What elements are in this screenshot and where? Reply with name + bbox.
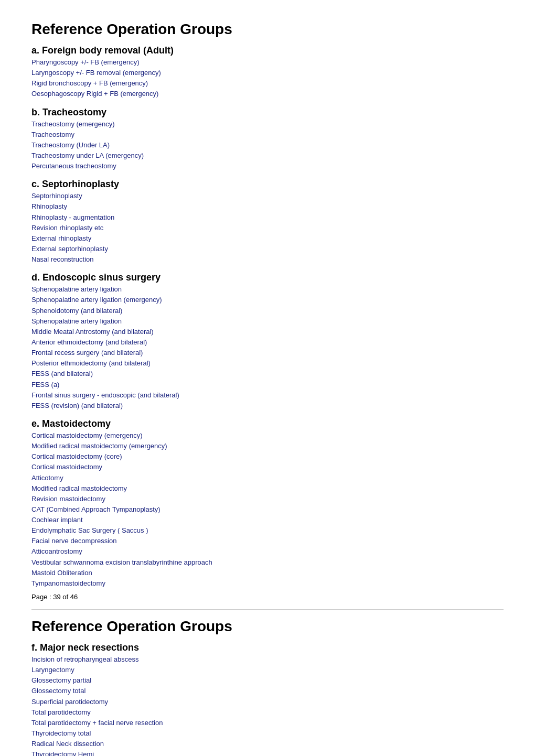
section-f-items: Incision of retropharyngeal abscess Lary… [31,654,504,756]
section-a-heading: a. Foreign body removal (Adult) [31,45,504,56]
list-item: Total parotidectomy [31,707,504,718]
list-item: FESS (a) [31,380,504,390]
list-item: Tracheostomy under LA (emergency) [31,150,504,161]
list-item: Sphenopalatine artery ligation [31,284,504,295]
list-item: Frontal sinus surgery - endoscopic (and … [31,390,504,401]
section-d-items: Sphenopalatine artery ligation Sphenopal… [31,284,504,411]
section-a-items: Pharyngoscopy +/- FB (emergency) Laryngo… [31,57,504,100]
list-item: Modified radical mastoidectomy [31,483,504,494]
list-item: Facial nerve decompression [31,536,504,546]
list-item: FESS (revision) (and bilateral) [31,401,504,411]
list-item: Nasal reconstruction [31,254,504,265]
list-item: Anterior ethmoidectomy (and bilateral) [31,337,504,348]
section-e-items: Cortical mastoidectomy (emergency) Modif… [31,430,504,589]
list-item: Tympanomastoidectomy [31,578,504,589]
list-item: Rhinoplasty - augmentation [31,212,504,223]
list-item: Thyroidectomy total [31,728,504,739]
list-item: Rigid bronchoscopy + FB (emergency) [31,78,504,89]
list-item: Tracheostomy (emergency) [31,119,504,129]
list-item: External rhinoplasty [31,233,504,244]
list-item: Revision rhinoplasty etc [31,223,504,233]
list-item: Oesophagoscopy Rigid + FB (emergency) [31,89,504,99]
page-divider [31,609,504,610]
list-item: Total parotidectomy + facial nerve resec… [31,718,504,728]
list-item: Incision of retropharyngeal abscess [31,654,504,665]
section-c-items: Septorhinoplasty Rhinoplasty Rhinoplasty… [31,191,504,265]
list-item: Percutaneous tracheostomy [31,161,504,171]
section-d-heading: d. Endoscopic sinus surgery [31,272,504,283]
list-item: Sphenopalatine artery ligation [31,316,504,327]
list-item: External septorhinoplasty [31,244,504,254]
list-item: Middle Meatal Antrostomy (and bilateral) [31,327,504,337]
list-item: Glossectomy partial [31,675,504,686]
list-item: Cortical mastoidectomy (emergency) [31,430,504,441]
section-f-heading: f. Major neck resections [31,642,504,653]
section-c-heading: c. Septorhinoplasty [31,179,504,190]
list-item: Laryngectomy [31,665,504,675]
list-item: Septorhinoplasty [31,191,504,201]
list-item: Posterior ethmoidectomy (and bilateral) [31,358,504,369]
list-item: Sphenopalatine artery ligation (emergenc… [31,295,504,305]
section-b-heading: b. Tracheostomy [31,107,504,118]
list-item: Atticotomy [31,473,504,483]
list-item: Pharyngoscopy +/- FB (emergency) [31,57,504,68]
list-item: Endolymphatic Sac Surgery ( Saccus ) [31,525,504,536]
list-item: FESS (and bilateral) [31,369,504,379]
list-item: Rhinoplasty [31,201,504,212]
list-item: Cortical mastoidectomy (core) [31,451,504,462]
list-item: Sphenoidotomy (and bilateral) [31,306,504,316]
list-item: Cochlear implant [31,515,504,525]
page1-title: Reference Operation Groups [31,21,504,38]
list-item: Tracheostomy [31,129,504,140]
list-item: Vestibular schwannoma excision translaby… [31,557,504,568]
list-item: Glossectomy total [31,686,504,696]
list-item: Modified radical mastoidectomy (emergenc… [31,441,504,451]
list-item: Superficial parotidectomy [31,697,504,707]
list-item: Cortical mastoidectomy [31,462,504,472]
page-number: Page : 39 of 46 [31,593,504,601]
section-e-heading: e. Mastoidectomy [31,418,504,429]
list-item: Thyroidectomy Hemi [31,749,504,756]
list-item: Tracheostomy (Under LA) [31,140,504,150]
section-b-items: Tracheostomy (emergency) Tracheostomy Tr… [31,119,504,172]
list-item: Laryngoscopy +/- FB removal (emergency) [31,68,504,78]
page2-title: Reference Operation Groups [31,618,504,635]
list-item: Frontal recess surgery (and bilateral) [31,348,504,358]
list-item: Radical Neck dissection [31,739,504,749]
list-item: Revision mastoidectomy [31,494,504,504]
list-item: Atticoantrostomy [31,546,504,557]
list-item: CAT (Combined Approach Tympanoplasty) [31,504,504,515]
list-item: Mastoid Obliteration [31,568,504,578]
